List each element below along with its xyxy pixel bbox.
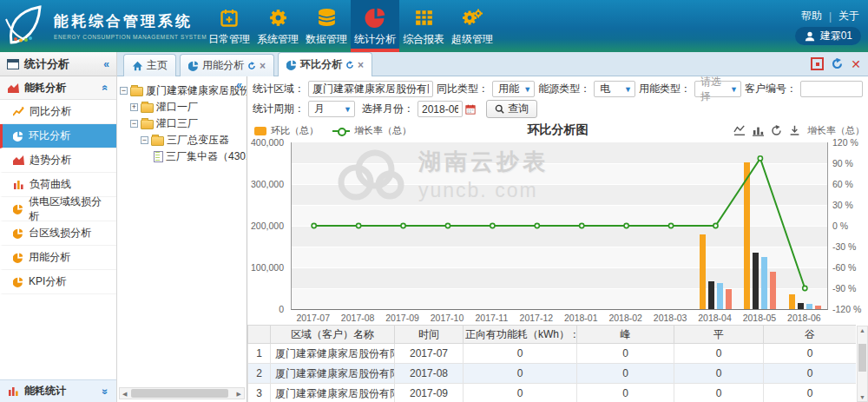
tree-collapse-icon[interactable]: « bbox=[236, 79, 242, 91]
sidebar-item-trend-analysis[interactable]: 趋势分析 bbox=[0, 148, 116, 173]
tree-expander-icon[interactable] bbox=[130, 120, 138, 128]
nav-item-data[interactable]: 数据管理 bbox=[302, 0, 351, 52]
chevron-up-icon[interactable]: « bbox=[100, 85, 112, 91]
pie-chart-icon bbox=[13, 131, 23, 142]
tab-close-icon[interactable]: × bbox=[260, 60, 266, 72]
legend-item-bar[interactable]: 环比（总） bbox=[254, 124, 319, 137]
usage-type-select[interactable]: 请选择 ▼ bbox=[694, 81, 741, 97]
tab-close-icon[interactable]: × bbox=[358, 59, 364, 71]
vertical-scrollbar[interactable]: ▲ ▼ bbox=[857, 326, 868, 402]
line-chart-tool-icon[interactable] bbox=[733, 125, 746, 136]
calendar-icon[interactable] bbox=[465, 104, 476, 115]
scrollbar-thumb[interactable] bbox=[131, 389, 228, 398]
calendar-icon bbox=[219, 6, 240, 30]
tree-node-plant3[interactable]: 灌口三厂 bbox=[117, 115, 247, 132]
line-marker[interactable] bbox=[490, 223, 495, 227]
query-button[interactable]: 查询 bbox=[486, 100, 537, 118]
chevron-down-icon[interactable]: » bbox=[100, 388, 112, 394]
tab-bar: 主页 用能分析 × 环比分析 × ✕ bbox=[117, 52, 868, 76]
sidebar-item-station-loss[interactable]: 台区线损分析 bbox=[0, 221, 116, 246]
table-row[interactable]: 3 厦门建霖健康家居股份有限公司 2017-09 0 0 0 0 bbox=[248, 384, 857, 402]
nav-item-super-admin[interactable]: 超级管理 bbox=[448, 0, 496, 52]
x-axis-tick: 2017-09 bbox=[380, 313, 424, 323]
nav-item-reports[interactable]: 综合报表 bbox=[399, 0, 448, 52]
col-header-flat: 平 bbox=[674, 326, 764, 344]
restore-refresh-icon[interactable] bbox=[771, 125, 782, 136]
compare-type-label: 同比类型： bbox=[437, 82, 489, 96]
download-icon[interactable] bbox=[789, 125, 800, 136]
tree-expander-icon[interactable] bbox=[130, 103, 138, 111]
x-axis-tick: 2017-08 bbox=[335, 313, 379, 323]
tab-mom-analysis[interactable]: 环比分析 × bbox=[278, 52, 372, 76]
sidebar-item-mom-analysis[interactable]: 环比分析 bbox=[0, 124, 116, 148]
sidebar-section-energy-analysis[interactable]: 能耗分析 « bbox=[0, 76, 116, 100]
chart-legend: 环比（总） 增长率（总） bbox=[254, 124, 411, 137]
tab-refresh-icon[interactable] bbox=[345, 61, 354, 69]
refresh-icon[interactable] bbox=[832, 58, 843, 69]
sidebar-item-label: 负荷曲线 bbox=[30, 177, 71, 192]
right-axis-tick: -30 % bbox=[832, 241, 856, 252]
tree-expander-icon[interactable] bbox=[141, 136, 148, 144]
tab-energy-usage[interactable]: 用能分析 × bbox=[180, 54, 274, 76]
bar-chart-tool-icon[interactable] bbox=[753, 125, 764, 136]
tree-expander-icon[interactable] bbox=[120, 87, 128, 95]
tab-label: 用能分析 bbox=[202, 58, 244, 73]
right-axis-tick: -90 % bbox=[832, 283, 856, 293]
help-link[interactable]: 帮助 bbox=[801, 9, 822, 23]
table-row[interactable]: 2 厦门建霖健康家居股份有限公司 2017-08 0 0 0 0 bbox=[248, 364, 857, 384]
sidebar-section-energy-statistics[interactable]: 能耗统计 » bbox=[0, 379, 116, 402]
line-marker[interactable] bbox=[445, 223, 450, 227]
tree-node-plant1[interactable]: 灌口一厂 bbox=[117, 99, 247, 115]
line-marker[interactable] bbox=[312, 223, 316, 227]
line-marker[interactable] bbox=[535, 223, 539, 227]
scroll-right-icon[interactable]: ▶ bbox=[237, 389, 241, 399]
table-row[interactable]: 1 厦门建霖健康家居股份有限公司 2017-07 0 0 0 0 bbox=[248, 344, 857, 364]
scroll-down-icon[interactable]: ▼ bbox=[859, 394, 865, 400]
sidebar-collapse-icon[interactable]: « bbox=[103, 58, 109, 70]
legend-label: 环比（总） bbox=[271, 124, 319, 137]
line-marker[interactable] bbox=[713, 223, 718, 227]
sidebar-item-yoy-analysis[interactable]: 同比分析 bbox=[0, 100, 116, 124]
tab-refresh-icon[interactable] bbox=[247, 62, 256, 70]
period-select[interactable]: 月 ▼ bbox=[308, 101, 355, 117]
compare-type-select[interactable]: 用能 ▼ bbox=[492, 81, 535, 97]
energy-type-select[interactable]: 电 ▼ bbox=[594, 81, 635, 97]
line-marker[interactable] bbox=[624, 223, 628, 227]
user-menu[interactable]: 建霖01 bbox=[795, 27, 861, 45]
sidebar-item-supply-region-loss[interactable]: 供电区域线损分析 bbox=[0, 197, 116, 221]
maximize-icon[interactable] bbox=[811, 57, 824, 70]
tree-node-concentrator[interactable]: 三厂集中器（4301003 bbox=[117, 148, 247, 165]
tree-node-company[interactable]: 厦门建霖健康家居股份有限公司 bbox=[117, 82, 247, 99]
tab-home[interactable]: 主页 bbox=[123, 54, 176, 76]
scrollbar-thumb[interactable] bbox=[858, 344, 866, 372]
cell-total: 0 bbox=[464, 344, 577, 364]
sidebar-item-energy-usage[interactable]: 用能分析 bbox=[0, 246, 116, 270]
sidebar-item-kpi-analysis[interactable]: KPI分析 bbox=[0, 270, 116, 294]
line-marker[interactable] bbox=[580, 223, 584, 227]
region-input[interactable] bbox=[308, 81, 433, 97]
about-link[interactable]: 关于 bbox=[838, 9, 859, 23]
nav-label: 统计分析 bbox=[354, 32, 396, 47]
horizontal-scrollbar[interactable]: ◀ ▶ bbox=[119, 387, 245, 399]
close-icon[interactable]: ✕ bbox=[851, 59, 861, 69]
scroll-up-icon[interactable]: ▲ bbox=[859, 327, 865, 333]
pie-chart-icon bbox=[188, 61, 199, 71]
customer-no-label: 客户编号： bbox=[745, 82, 797, 96]
nav-item-daily[interactable]: 日常管理 bbox=[205, 0, 253, 52]
line-marker[interactable] bbox=[357, 223, 361, 227]
nav-item-system[interactable]: 系统管理 bbox=[253, 0, 302, 52]
customer-no-input[interactable] bbox=[800, 81, 863, 97]
line-marker[interactable] bbox=[668, 223, 673, 227]
line-marker[interactable] bbox=[401, 223, 405, 227]
links-divider: | bbox=[829, 10, 832, 23]
legend-item-line[interactable]: 增长率（总） bbox=[332, 124, 411, 137]
tree-node-transformer[interactable]: 三厂总变压器 bbox=[117, 132, 247, 148]
line-marker[interactable] bbox=[803, 286, 807, 290]
app-header: 能耗综合管理系统 ENERGY CONSUMPTION MANAGEMENT S… bbox=[0, 0, 868, 52]
nav-item-statistics[interactable]: 统计分析 bbox=[351, 0, 399, 52]
scroll-left-icon[interactable]: ◀ bbox=[122, 389, 127, 399]
month-input[interactable] bbox=[418, 101, 463, 117]
line-marker[interactable] bbox=[758, 156, 762, 161]
pie-chart-icon bbox=[13, 228, 23, 239]
legend-swatch bbox=[254, 127, 266, 135]
